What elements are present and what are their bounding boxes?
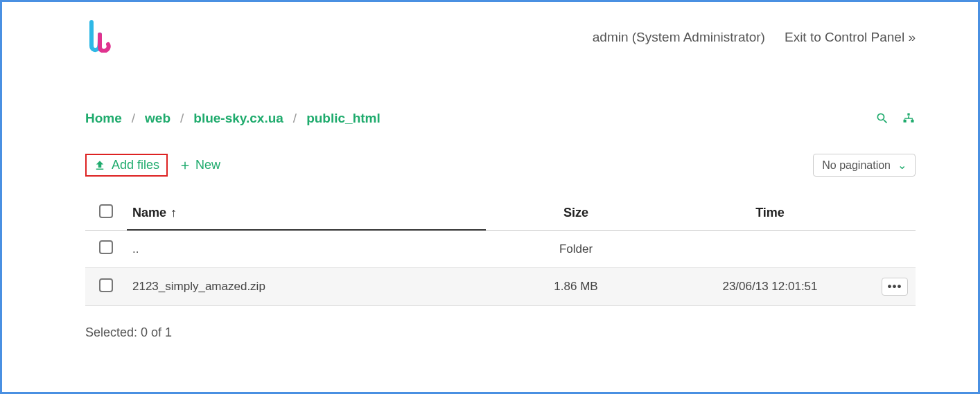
user-link[interactable]: admin (System Administrator) xyxy=(593,30,765,45)
upload-icon xyxy=(94,159,106,172)
file-size: 1.86 MB xyxy=(486,268,666,306)
breadcrumb-folder[interactable]: public_html xyxy=(306,111,380,126)
add-files-button[interactable]: Add files xyxy=(85,154,168,177)
breadcrumb-web[interactable]: web xyxy=(145,111,170,126)
top-bar: admin (System Administrator) Exit to Con… xyxy=(85,19,916,55)
column-header-time[interactable]: Time xyxy=(666,197,874,231)
new-label: New xyxy=(195,158,220,172)
exit-link[interactable]: Exit to Control Panel » xyxy=(785,30,916,45)
add-files-label: Add files xyxy=(112,158,159,172)
pagination-label: No pagination xyxy=(822,159,891,172)
breadcrumb-sep: / xyxy=(132,111,135,126)
sitemap-icon[interactable] xyxy=(902,111,916,125)
breadcrumb-sep: / xyxy=(293,111,297,126)
pagination-select[interactable]: No pagination ⌄ xyxy=(813,154,916,177)
file-size: Folder xyxy=(486,231,666,268)
breadcrumb-domain[interactable]: blue-sky.cx.ua xyxy=(193,111,283,126)
file-time xyxy=(666,231,874,268)
new-button[interactable]: New xyxy=(175,155,225,175)
breadcrumb-home[interactable]: Home xyxy=(85,111,122,126)
file-name[interactable]: .. xyxy=(127,231,486,268)
select-all-checkbox[interactable] xyxy=(99,204,113,218)
app-logo xyxy=(85,19,114,55)
sort-arrow-up-icon: ↑ xyxy=(170,206,177,220)
column-header-size[interactable]: Size xyxy=(486,197,666,231)
search-icon[interactable] xyxy=(875,111,889,125)
breadcrumb-sep: / xyxy=(180,111,184,126)
row-actions-button[interactable]: ••• xyxy=(882,278,909,296)
row-checkbox[interactable] xyxy=(99,278,113,292)
row-checkbox[interactable] xyxy=(99,240,113,254)
breadcrumb: Home / web / blue-sky.cx.ua / public_htm… xyxy=(85,111,380,126)
selection-status: Selected: 0 of 1 xyxy=(85,325,916,340)
file-time: 23/06/13 12:01:51 xyxy=(666,268,874,306)
chevron-down-icon: ⌄ xyxy=(898,159,907,172)
file-table: Name↑ Size Time .. Folder 2123_simply_am… xyxy=(85,197,916,306)
plus-icon xyxy=(179,159,191,172)
file-name[interactable]: 2123_simply_amazed.zip xyxy=(127,268,486,306)
table-row[interactable]: 2123_simply_amazed.zip 1.86 MB 23/06/13 … xyxy=(85,268,916,306)
column-header-name[interactable]: Name↑ xyxy=(127,197,486,231)
table-row[interactable]: .. Folder xyxy=(85,231,916,268)
